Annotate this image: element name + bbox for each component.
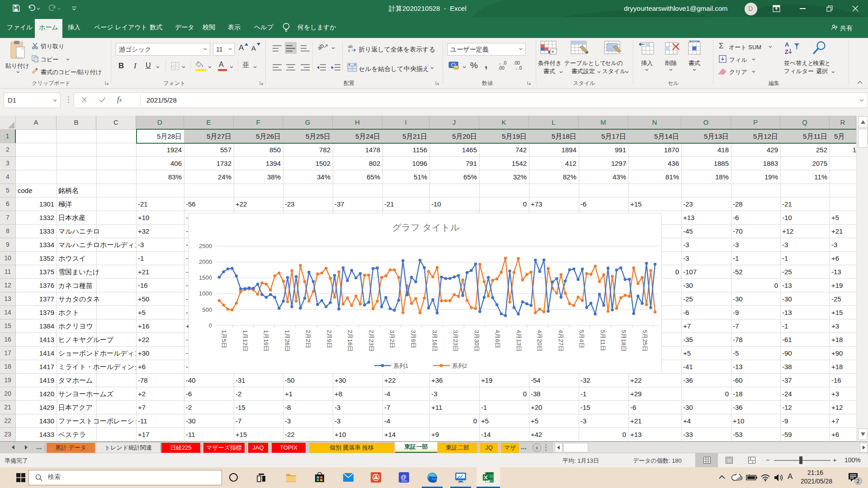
svg-text:≠: ≠ <box>552 49 554 54</box>
svg-text:2月9日: 2月9日 <box>326 330 333 348</box>
svg-text:1月5日: 1月5日 <box>221 330 227 348</box>
svg-text:2月16日: 2月16日 <box>347 330 354 352</box>
svg-text:3月23日: 3月23日 <box>452 330 459 352</box>
svg-text:4月20日: 4月20日 <box>536 330 543 352</box>
svg-text:5月11日: 5月11日 <box>599 330 606 351</box>
svg-text:Z: Z <box>785 48 788 55</box>
svg-text:1月12日: 1月12日 <box>242 330 249 352</box>
svg-text:menu: menu <box>401 479 407 482</box>
svg-text:2月2日: 2月2日 <box>305 330 311 348</box>
svg-text:1月26日: 1月26日 <box>284 330 291 352</box>
svg-text:5月18日: 5月18日 <box>620 330 627 352</box>
svg-text:3月2日: 3月2日 <box>389 330 396 348</box>
svg-text:2000: 2000 <box>199 258 212 265</box>
svg-text:3月30日: 3月30日 <box>473 330 480 352</box>
svg-text:4月6日: 4月6日 <box>494 330 501 348</box>
svg-text:1500: 1500 <box>199 274 212 281</box>
svg-text:c: c <box>348 48 350 52</box>
svg-text:500: 500 <box>202 306 212 313</box>
svg-text:グラフ タイトル: グラフ タイトル <box>392 222 460 232</box>
svg-text:系列2: 系列2 <box>452 362 467 369</box>
svg-text:2500: 2500 <box>199 243 212 249</box>
svg-text:2月23日: 2月23日 <box>368 330 375 352</box>
svg-text:A: A <box>785 41 789 48</box>
svg-text:3月16日: 3月16日 <box>431 330 438 352</box>
svg-text:系列1: 系列1 <box>393 362 408 369</box>
svg-text:1000: 1000 <box>199 290 212 297</box>
svg-text:1月19日: 1月19日 <box>263 330 269 352</box>
svg-text:3月9日: 3月9日 <box>410 330 417 348</box>
svg-text:5月25日: 5月25日 <box>642 330 648 352</box>
svg-text:5月4日: 5月4日 <box>578 330 585 348</box>
svg-text:4月13日: 4月13日 <box>515 330 522 352</box>
svg-text:4月27日: 4月27日 <box>557 330 564 352</box>
